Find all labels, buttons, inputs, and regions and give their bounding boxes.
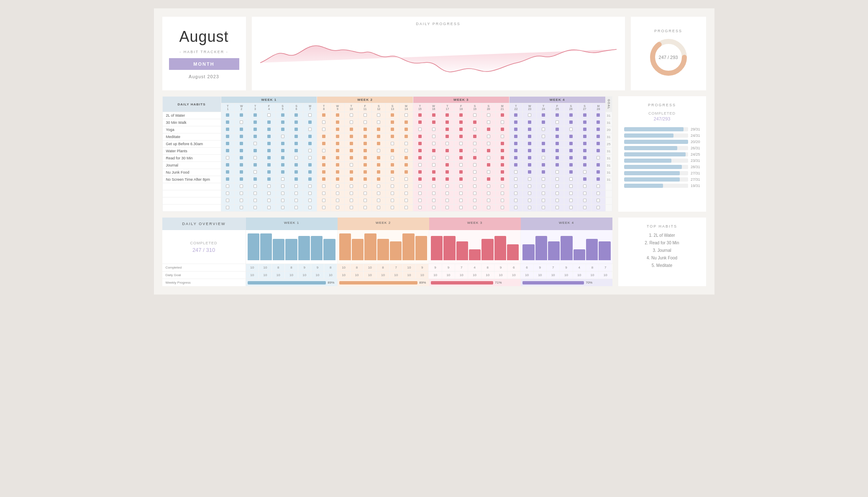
habit-cell-r3-w3-d6[interactable]: [591, 133, 605, 141]
habit-cell-r4-w2-d6[interactable]: [495, 141, 509, 148]
habit-cell-r8-w2-d1[interactable]: [427, 169, 440, 176]
empty-cell-r0-w0-d1[interactable]: [235, 183, 248, 190]
habit-cell-r6-w1-d6[interactable]: [399, 155, 413, 162]
habit-cell-r6-w3-d6[interactable]: [591, 155, 605, 162]
empty-cell-r3-w0-d0[interactable]: [221, 205, 235, 212]
habit-cell-r9-w0-d4[interactable]: [276, 176, 289, 183]
habit-cell-r9-w0-d3[interactable]: [262, 176, 276, 183]
habit-cell-r4-w1-d0[interactable]: [317, 141, 331, 148]
habit-cell-r7-w0-d3[interactable]: [262, 162, 276, 169]
habit-cell-r9-w2-d4[interactable]: [468, 176, 482, 183]
habit-cell-r0-w3-d2[interactable]: [537, 112, 551, 119]
habit-cell-r5-w3-d4[interactable]: [564, 148, 578, 155]
habit-cell-r6-w3-d5[interactable]: [578, 155, 591, 162]
habit-cell-r2-w1-d2[interactable]: [344, 126, 358, 133]
month-button[interactable]: MONTH: [169, 58, 239, 70]
habit-cell-r3-w1-d2[interactable]: [344, 133, 358, 141]
habit-cell-r3-w3-d4[interactable]: [564, 133, 578, 141]
habit-cell-r0-w3-d6[interactable]: [591, 112, 605, 119]
habit-cell-r5-w1-d3[interactable]: [358, 148, 372, 155]
habit-cell-r8-w0-d2[interactable]: [248, 169, 262, 176]
habit-cell-r9-w2-d0[interactable]: [413, 176, 427, 183]
habit-cell-r1-w2-d5[interactable]: [481, 119, 495, 126]
habit-cell-r1-w0-d6[interactable]: [303, 119, 317, 126]
habit-cell-r8-w3-d0[interactable]: [509, 169, 523, 176]
habit-cell-r8-w2-d6[interactable]: [495, 169, 509, 176]
empty-cell-r3-w2-d6[interactable]: [495, 205, 509, 212]
habit-cell-r5-w0-d1[interactable]: [235, 148, 248, 155]
empty-cell-r1-w2-d0[interactable]: [413, 190, 427, 197]
habit-cell-r8-w2-d5[interactable]: [481, 169, 495, 176]
habit-cell-r7-w2-d1[interactable]: [427, 162, 440, 169]
empty-cell-r2-w1-d4[interactable]: [372, 197, 386, 205]
habit-cell-r1-w1-d1[interactable]: [331, 119, 345, 126]
habit-cell-r5-w1-d5[interactable]: [386, 148, 399, 155]
habit-cell-r4-w3-d4[interactable]: [564, 141, 578, 148]
empty-cell-r2-w0-d2[interactable]: [248, 197, 262, 205]
habit-cell-r4-w2-d2[interactable]: [440, 141, 454, 148]
habit-cell-r7-w1-d0[interactable]: [317, 162, 331, 169]
habit-cell-r3-w1-d5[interactable]: [386, 133, 399, 141]
habit-cell-r7-w1-d2[interactable]: [344, 162, 358, 169]
habit-cell-r8-w2-d3[interactable]: [454, 169, 468, 176]
empty-cell-r0-w1-d5[interactable]: [386, 183, 399, 190]
habit-cell-r5-w1-d2[interactable]: [344, 148, 358, 155]
habit-cell-r2-w2-d1[interactable]: [427, 126, 440, 133]
habit-cell-r4-w3-d6[interactable]: [591, 141, 605, 148]
habit-cell-r0-w2-d0[interactable]: [413, 112, 427, 119]
habit-cell-r5-w3-d1[interactable]: [523, 148, 537, 155]
habit-cell-r1-w1-d3[interactable]: [358, 119, 372, 126]
habit-cell-r8-w0-d1[interactable]: [235, 169, 248, 176]
habit-cell-r9-w0-d6[interactable]: [303, 176, 317, 183]
empty-cell-r1-w3-d3[interactable]: [551, 190, 564, 197]
habit-cell-r6-w1-d5[interactable]: [386, 155, 399, 162]
empty-cell-r2-w2-d4[interactable]: [468, 197, 482, 205]
habit-cell-r2-w2-d3[interactable]: [454, 126, 468, 133]
habit-cell-r8-w1-d6[interactable]: [399, 169, 413, 176]
habit-cell-r3-w3-d1[interactable]: [523, 133, 537, 141]
empty-cell-r1-w3-d4[interactable]: [564, 190, 578, 197]
habit-cell-r3-w0-d3[interactable]: [262, 133, 276, 141]
empty-cell-r0-w0-d2[interactable]: [248, 183, 262, 190]
empty-cell-r3-w2-d1[interactable]: [427, 205, 440, 212]
empty-cell-r2-w0-d1[interactable]: [235, 197, 248, 205]
habit-cell-r0-w0-d0[interactable]: [221, 112, 235, 119]
empty-cell-r0-w1-d6[interactable]: [399, 183, 413, 190]
habit-cell-r4-w1-d4[interactable]: [372, 141, 386, 148]
habit-cell-r6-w0-d4[interactable]: [276, 155, 289, 162]
habit-cell-r0-w2-d4[interactable]: [468, 112, 482, 119]
habit-cell-r2-w2-d4[interactable]: [468, 126, 482, 133]
habit-cell-r1-w0-d0[interactable]: [221, 119, 235, 126]
empty-cell-r2-w2-d3[interactable]: [454, 197, 468, 205]
empty-cell-r0-w1-d0[interactable]: [317, 183, 331, 190]
habit-cell-r7-w3-d0[interactable]: [509, 162, 523, 169]
habit-cell-r0-w3-d1[interactable]: [523, 112, 537, 119]
habit-cell-r0-w1-d0[interactable]: [317, 112, 331, 119]
habit-cell-r1-w1-d6[interactable]: [399, 119, 413, 126]
habit-cell-r0-w1-d3[interactable]: [358, 112, 372, 119]
habit-cell-r9-w3-d5[interactable]: [578, 176, 591, 183]
empty-cell-r3-w0-d2[interactable]: [248, 205, 262, 212]
habit-cell-r9-w3-d2[interactable]: [537, 176, 551, 183]
habit-cell-r5-w3-d6[interactable]: [591, 148, 605, 155]
habit-cell-r7-w0-d0[interactable]: [221, 162, 235, 169]
habit-cell-r3-w1-d3[interactable]: [358, 133, 372, 141]
habit-cell-r1-w3-d1[interactable]: [523, 119, 537, 126]
habit-cell-r8-w3-d4[interactable]: [564, 169, 578, 176]
empty-cell-r1-w1-d3[interactable]: [358, 190, 372, 197]
habit-cell-r9-w1-d2[interactable]: [344, 176, 358, 183]
empty-cell-r0-w2-d5[interactable]: [481, 183, 495, 190]
empty-cell-r0-w2-d3[interactable]: [454, 183, 468, 190]
habit-cell-r5-w0-d5[interactable]: [289, 148, 303, 155]
habit-cell-r4-w2-d1[interactable]: [427, 141, 440, 148]
habit-cell-r7-w3-d4[interactable]: [564, 162, 578, 169]
habit-cell-r0-w0-d6[interactable]: [303, 112, 317, 119]
empty-cell-r3-w0-d5[interactable]: [289, 205, 303, 212]
habit-cell-r3-w2-d6[interactable]: [495, 133, 509, 141]
habit-cell-r2-w1-d4[interactable]: [372, 126, 386, 133]
empty-cell-r1-w2-d6[interactable]: [495, 190, 509, 197]
empty-cell-r0-w0-d0[interactable]: [221, 183, 235, 190]
empty-cell-r2-w1-d5[interactable]: [386, 197, 399, 205]
habit-cell-r6-w1-d0[interactable]: [317, 155, 331, 162]
habit-cell-r4-w0-d3[interactable]: [262, 141, 276, 148]
